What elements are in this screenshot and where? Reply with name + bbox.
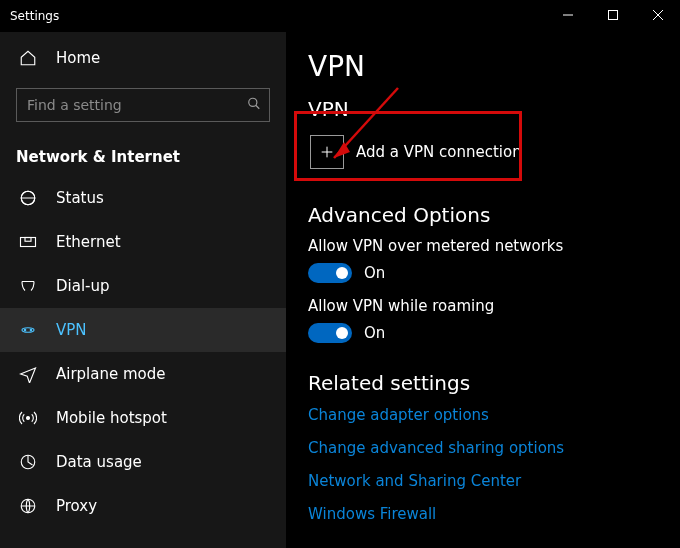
- toggle-metered-label: Allow VPN over metered networks: [308, 237, 658, 255]
- add-vpn-label: Add a VPN connection: [356, 143, 522, 161]
- sidebar-item-ethernet[interactable]: Ethernet: [0, 220, 286, 264]
- sidebar-category: Network & Internet: [0, 130, 286, 176]
- toggle-metered: Allow VPN over metered networks On: [308, 237, 658, 283]
- content-pane: VPN VPN Add a VPN connection Advanced Op…: [286, 32, 680, 548]
- add-vpn-button[interactable]: Add a VPN connection: [308, 131, 524, 173]
- sidebar-home[interactable]: Home: [0, 36, 286, 80]
- sidebar-item-label: Dial-up: [56, 277, 110, 295]
- maximize-button[interactable]: [590, 0, 635, 30]
- svg-point-4: [249, 98, 257, 106]
- sidebar-item-label: Proxy: [56, 497, 97, 515]
- sidebar-item-datausage[interactable]: Data usage: [0, 440, 286, 484]
- toggle-roaming: Allow VPN while roaming On: [308, 297, 658, 343]
- sidebar-item-label: Ethernet: [56, 233, 121, 251]
- svg-rect-7: [21, 238, 36, 247]
- svg-point-9: [24, 329, 26, 331]
- home-icon: [18, 49, 38, 67]
- svg-line-5: [256, 105, 260, 109]
- toggle-roaming-state: On: [364, 324, 385, 342]
- search-icon: [247, 96, 261, 115]
- link-adapter-options[interactable]: Change adapter options: [308, 406, 489, 424]
- search-wrap: [0, 80, 286, 130]
- svg-point-10: [30, 329, 32, 331]
- maximize-icon: [608, 10, 618, 20]
- related-heading: Related settings: [308, 371, 658, 395]
- toggle-roaming-label: Allow VPN while roaming: [308, 297, 658, 315]
- vpn-icon: [18, 321, 38, 339]
- link-windows-firewall[interactable]: Windows Firewall: [308, 505, 436, 523]
- window-title: Settings: [0, 9, 59, 23]
- sidebar-nav: Status Ethernet Dial-up VPN: [0, 176, 286, 528]
- airplane-icon: [18, 365, 38, 383]
- minimize-button[interactable]: [545, 0, 590, 30]
- sidebar-item-airplane[interactable]: Airplane mode: [0, 352, 286, 396]
- plus-icon: [310, 135, 344, 169]
- sidebar-item-hotspot[interactable]: Mobile hotspot: [0, 396, 286, 440]
- sidebar-item-label: Status: [56, 189, 104, 207]
- close-icon: [653, 10, 663, 20]
- vpn-section-heading: VPN: [308, 97, 658, 121]
- search-box[interactable]: [16, 88, 270, 122]
- toggle-metered-state: On: [364, 264, 385, 282]
- related-links: Change adapter options Change advanced s…: [308, 405, 658, 523]
- link-network-center[interactable]: Network and Sharing Center: [308, 472, 521, 490]
- titlebar: Settings: [0, 0, 680, 32]
- sidebar-item-vpn[interactable]: VPN: [0, 308, 286, 352]
- page-title: VPN: [308, 50, 658, 83]
- close-button[interactable]: [635, 0, 680, 30]
- ethernet-icon: [18, 233, 38, 251]
- sidebar-item-proxy[interactable]: Proxy: [0, 484, 286, 528]
- hotspot-icon: [18, 409, 38, 427]
- sidebar-item-status[interactable]: Status: [0, 176, 286, 220]
- dialup-icon: [18, 277, 38, 295]
- sidebar-item-label: Data usage: [56, 453, 142, 471]
- svg-point-11: [27, 417, 30, 420]
- svg-rect-8: [25, 238, 31, 242]
- search-input[interactable]: [27, 97, 235, 113]
- toggle-roaming-switch[interactable]: [308, 323, 352, 343]
- sidebar-item-label: Mobile hotspot: [56, 409, 167, 427]
- toggle-metered-switch[interactable]: [308, 263, 352, 283]
- minimize-icon: [563, 10, 573, 20]
- status-icon: [18, 189, 38, 207]
- sidebar-item-dialup[interactable]: Dial-up: [0, 264, 286, 308]
- advanced-heading: Advanced Options: [308, 203, 658, 227]
- sidebar-item-label: VPN: [56, 321, 87, 339]
- sidebar: Home Network & Internet Status: [0, 32, 286, 548]
- link-sharing-options[interactable]: Change advanced sharing options: [308, 439, 564, 457]
- window-controls: [545, 0, 680, 30]
- datausage-icon: [18, 453, 38, 471]
- svg-rect-1: [608, 11, 617, 20]
- sidebar-item-label: Airplane mode: [56, 365, 166, 383]
- sidebar-home-label: Home: [56, 49, 100, 67]
- proxy-icon: [18, 497, 38, 515]
